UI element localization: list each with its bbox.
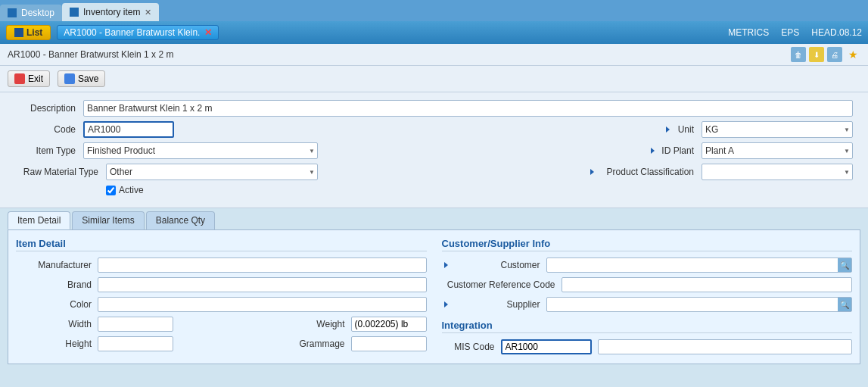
mis-code-label: MIS Code bbox=[442, 342, 495, 352]
toolbar-right: METRICS EPS HEAD.08.12 bbox=[728, 27, 862, 38]
content-area: Item Detail Manufacturer Brand Color Wid… bbox=[8, 229, 860, 364]
eps-label[interactable]: EPS bbox=[781, 27, 799, 38]
exit-icon bbox=[14, 73, 25, 84]
star-icon[interactable]: ★ bbox=[845, 47, 860, 62]
item-detail-title: Item Detail bbox=[16, 238, 427, 251]
color-input[interactable] bbox=[98, 297, 427, 312]
unit-field-group: Unit bbox=[666, 124, 694, 135]
tab-inventory[interactable]: Inventory item ✕ bbox=[62, 3, 159, 21]
manufacturer-row: Manufacturer bbox=[16, 257, 427, 273]
weight-input[interactable] bbox=[351, 317, 427, 332]
tab-item-detail[interactable]: Item Detail bbox=[8, 211, 70, 229]
metrics-label[interactable]: METRICS bbox=[728, 27, 769, 38]
form-area: Description Code Unit KG Item Type Finis… bbox=[0, 92, 868, 208]
product-classification-select-wrapper bbox=[702, 164, 853, 180]
item-detail-panel: Item Detail Manufacturer Brand Color Wid… bbox=[16, 238, 427, 356]
integration-section: Integration MIS Code bbox=[442, 320, 853, 354]
supplier-search-button[interactable]: 🔍 bbox=[838, 298, 851, 311]
mis-code-row: MIS Code bbox=[442, 339, 853, 354]
raw-material-select-wrapper: Other bbox=[106, 164, 318, 180]
id-plant-triangle-icon bbox=[651, 148, 655, 154]
product-classification-label: Product Classification bbox=[596, 167, 694, 177]
raw-material-type-select[interactable]: Other bbox=[106, 164, 318, 180]
brand-label: Brand bbox=[16, 279, 92, 290]
trash-icon[interactable]: 🗑 bbox=[791, 47, 806, 62]
supplier-triangle-icon bbox=[444, 301, 448, 307]
tab-bar: Desktop Inventory item ✕ bbox=[0, 0, 868, 21]
id-plant-select[interactable]: Plant A bbox=[702, 142, 853, 159]
supplier-name-input[interactable] bbox=[593, 298, 838, 311]
customer-input[interactable] bbox=[547, 258, 593, 272]
breadcrumb: AR1000 - Banner Bratwurst Klein 1 x 2 m … bbox=[0, 44, 868, 66]
grammage-input[interactable] bbox=[351, 336, 427, 351]
tab-balance-qty[interactable]: Balance Qty bbox=[146, 211, 215, 229]
customer-field-group: Customer bbox=[442, 260, 540, 270]
item-type-label: Item Type bbox=[15, 145, 76, 156]
active-row: Active bbox=[106, 185, 853, 195]
unit-select-wrapper: KG bbox=[702, 121, 853, 138]
record-tag: AR1000 - Banner Bratwurst Klein. ✕ bbox=[57, 25, 219, 40]
tab-similar-items[interactable]: Similar Items bbox=[72, 211, 144, 229]
save-button[interactable]: Save bbox=[58, 70, 105, 87]
raw-material-type-label: Raw Material Type bbox=[15, 167, 98, 177]
exit-button[interactable]: Exit bbox=[8, 70, 50, 87]
customer-search-button[interactable]: 🔍 bbox=[838, 258, 851, 272]
active-checkbox-label[interactable]: Active bbox=[106, 185, 144, 195]
record-close-icon[interactable]: ✕ bbox=[204, 27, 212, 38]
desktop-icon bbox=[8, 8, 17, 17]
description-input[interactable] bbox=[83, 100, 853, 117]
tab-desktop[interactable]: Desktop bbox=[0, 5, 62, 21]
tab-item-detail-label: Item Detail bbox=[17, 215, 61, 226]
unit-triangle-icon bbox=[666, 126, 670, 133]
inventory-icon bbox=[70, 8, 79, 17]
list-button[interactable]: List bbox=[6, 25, 51, 40]
supplier-label: Supplier bbox=[450, 299, 540, 310]
customer-row: Customer 🔍 bbox=[442, 257, 853, 273]
color-row: Color bbox=[16, 297, 427, 312]
width-input[interactable] bbox=[98, 317, 173, 332]
list-label: List bbox=[26, 27, 42, 38]
manufacturer-input[interactable] bbox=[98, 257, 427, 273]
exit-label: Exit bbox=[28, 73, 43, 84]
customer-supplier-title: Customer/Supplier Info bbox=[442, 238, 853, 251]
integration-title: Integration bbox=[442, 320, 853, 333]
customer-ref-code-label: Customer Reference Code bbox=[442, 279, 555, 290]
id-plant-label: ID Plant bbox=[656, 145, 694, 156]
customer-ref-code-input[interactable] bbox=[562, 277, 853, 292]
grammage-label: Grammage bbox=[300, 339, 345, 349]
brand-input[interactable] bbox=[98, 277, 427, 292]
tab-balance-qty-label: Balance Qty bbox=[156, 215, 205, 226]
tab-inventory-label: Inventory item bbox=[83, 7, 140, 17]
download-icon[interactable]: ⬇ bbox=[809, 47, 824, 62]
item-type-select-wrapper: Finished Product bbox=[83, 142, 318, 159]
code-input[interactable] bbox=[83, 121, 174, 138]
main-tabs: Item Detail Similar Items Balance Qty bbox=[0, 208, 868, 229]
id-plant-select-wrapper: Plant A bbox=[702, 142, 853, 159]
mis-code-input[interactable] bbox=[501, 339, 592, 354]
print-icon[interactable]: 🖨 bbox=[827, 47, 842, 62]
customer-label: Customer bbox=[450, 260, 540, 270]
action-bar: Exit Save bbox=[0, 66, 868, 92]
supplier-input[interactable] bbox=[547, 298, 593, 311]
save-label: Save bbox=[78, 73, 98, 84]
unit-select[interactable]: KG bbox=[702, 121, 853, 138]
customer-triangle-icon bbox=[444, 262, 448, 268]
tab-close-icon[interactable]: ✕ bbox=[145, 8, 151, 17]
mis-code-ext-input[interactable] bbox=[598, 339, 853, 354]
raw-material-product-row: Raw Material Type Other Product Classifi… bbox=[15, 164, 853, 180]
weight-label: Weight bbox=[300, 319, 345, 329]
description-row: Description bbox=[15, 100, 853, 117]
height-grammage-row: Height Grammage bbox=[16, 336, 427, 351]
height-input[interactable] bbox=[98, 336, 173, 351]
breadcrumb-icons: 🗑 ⬇ 🖨 ★ bbox=[791, 47, 860, 62]
active-checkbox[interactable] bbox=[106, 186, 116, 195]
supplier-field-group: Supplier bbox=[442, 299, 540, 310]
toolbar-left: List AR1000 - Banner Bratwurst Klein. ✕ bbox=[6, 25, 219, 40]
item-type-select[interactable]: Finished Product bbox=[83, 142, 318, 159]
id-plant-field-group: ID Plant bbox=[651, 145, 694, 156]
customer-name-input[interactable] bbox=[593, 258, 838, 272]
product-classification-select[interactable] bbox=[702, 164, 853, 180]
product-classification-field-group: Product Classification bbox=[590, 167, 694, 177]
item-type-id-plant-row: Item Type Finished Product ID Plant Plan… bbox=[15, 142, 853, 159]
breadcrumb-text: AR1000 - Banner Bratwurst Klein 1 x 2 m bbox=[8, 49, 173, 60]
